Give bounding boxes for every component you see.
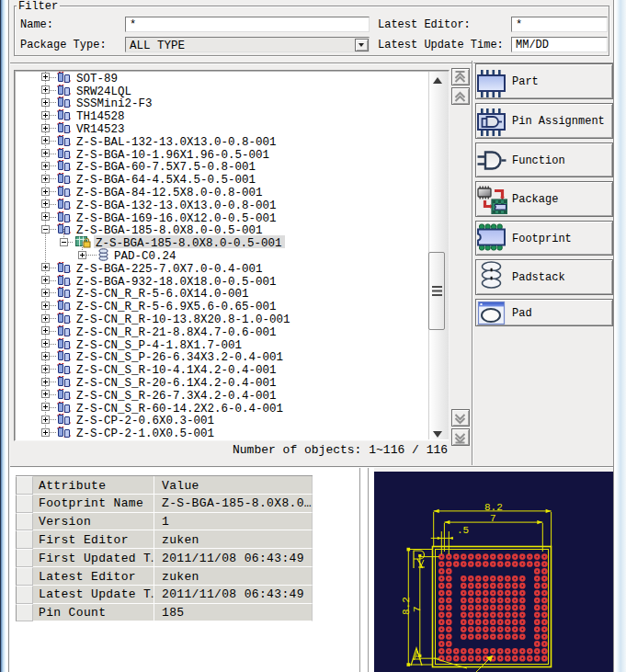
svg-text:7: 7 [412,606,423,612]
svg-text:7: 7 [490,513,496,524]
svg-text:.5: .5 [457,525,469,536]
svg-text:8.2: 8.2 [401,597,412,615]
svg-text:8.2: 8.2 [484,502,503,513]
